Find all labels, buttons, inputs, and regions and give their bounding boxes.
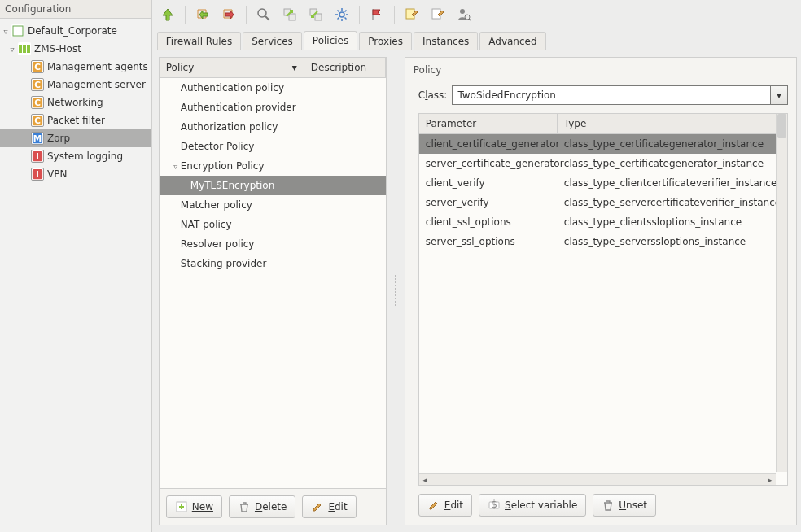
tree-node-label: Zorp	[47, 133, 70, 144]
param-name: server_certificate_generator	[426, 158, 564, 169]
param-name: server_ssl_options	[426, 236, 564, 247]
vertical-scrollbar[interactable]	[776, 114, 787, 472]
tree-node-label: Networking	[47, 97, 103, 108]
policy-stacking-provider[interactable]: Stacking provider	[160, 254, 386, 273]
tree-item-networking[interactable]: CNetworking	[0, 94, 151, 111]
tree-host[interactable]: ▿ZMS-Host	[0, 40, 151, 58]
scroll-right-icon[interactable]: ▸	[764, 474, 776, 486]
policy-nat-policy[interactable]: NAT policy	[160, 215, 386, 234]
tree-item-zorp[interactable]: MZorp	[0, 129, 151, 147]
param-name: client_verify	[426, 177, 564, 189]
param-type: class_type_clientcertificateverifier_ins…	[564, 177, 781, 189]
tree-item-system-logging[interactable]: ISystem logging	[0, 147, 151, 165]
gear-icon[interactable]	[331, 4, 352, 25]
scrollbar-thumb[interactable]	[777, 114, 786, 138]
policy-matcher-policy[interactable]: Matcher policy	[160, 195, 386, 215]
tab-services[interactable]: Services	[243, 32, 302, 50]
tree-item-management-server[interactable]: CManagement server	[0, 76, 151, 94]
param-type: class_type_serverssloptions_instance	[564, 236, 781, 247]
tab-firewall-rules[interactable]: Firewall Rules	[157, 32, 241, 50]
search-icon[interactable]	[253, 4, 274, 25]
policy-resolver-policy[interactable]: Resolver policy	[160, 234, 386, 254]
svg-text:I: I	[36, 151, 39, 161]
pencil-icon	[427, 499, 440, 512]
sidebar-title: Configuration	[0, 0, 151, 19]
select-variable-button[interactable]: $ Select variable	[479, 494, 586, 517]
col-type[interactable]: Type	[558, 114, 787, 133]
person-search-icon[interactable]	[453, 4, 475, 25]
tree-caret-icon: ▿	[7, 45, 18, 54]
toolbar	[152, 0, 801, 29]
tab-advanced[interactable]: Advanced	[479, 32, 545, 50]
expand-icon: ▿	[171, 162, 181, 171]
policy-child-mytlsencryption[interactable]: MyTLSEncryption	[160, 176, 386, 195]
param-type: class_type_servercertificateverifier_ins…	[564, 197, 781, 208]
parameter-table: Parameter Type client_certificate_genera…	[418, 113, 788, 486]
trash-icon	[238, 500, 251, 513]
note-edit-icon[interactable]	[401, 4, 422, 25]
import-icon[interactable]	[192, 4, 213, 25]
separator	[185, 6, 186, 24]
transfer-in-icon[interactable]	[305, 4, 326, 25]
tab-proxies[interactable]: Proxies	[359, 32, 412, 50]
param-rows[interactable]: client_certificate_generatorclass_type_c…	[419, 134, 787, 485]
class-input[interactable]	[452, 85, 770, 105]
unset-button[interactable]: Unset	[593, 494, 656, 517]
policy-authentication-policy[interactable]: Authentication policy	[160, 78, 386, 98]
col-description[interactable]: Description	[304, 58, 386, 77]
param-type: class_type_certificategenerator_instance	[564, 138, 781, 150]
tree-site[interactable]: ▿Default_Corporate	[0, 22, 151, 40]
doc-edit-icon[interactable]	[427, 4, 449, 25]
param-row-server_verify[interactable]: server_verifyclass_type_servercertificat…	[419, 193, 787, 212]
svg-point-27	[460, 9, 465, 14]
delete-button[interactable]: Delete	[229, 495, 295, 518]
policy-detector-policy[interactable]: Detector Policy	[160, 137, 386, 156]
tree-node-label: Management server	[47, 79, 146, 90]
policy-authorization-policy[interactable]: Authorization policy	[160, 117, 386, 137]
svg-rect-21	[289, 14, 295, 20]
tab-instances[interactable]: Instances	[414, 32, 478, 50]
param-row-server_certificate_generator[interactable]: server_certificate_generatorclass_type_c…	[419, 154, 787, 173]
class-dropdown-button[interactable]: ▾	[770, 85, 788, 105]
splitter-handle[interactable]	[393, 57, 398, 525]
scroll-left-icon[interactable]: ◂	[419, 474, 431, 486]
tree-node-icon: I	[31, 150, 44, 163]
svg-line-19	[265, 16, 269, 20]
up-icon[interactable]	[157, 4, 178, 25]
param-name: server_verify	[426, 197, 564, 208]
tree-node-icon: I	[31, 168, 44, 181]
new-button[interactable]: New	[166, 495, 222, 518]
transfer-out-icon[interactable]	[279, 4, 300, 25]
tree-node-label: Management agents	[47, 61, 148, 72]
chevron-down-icon: ▾	[777, 89, 781, 101]
export-icon[interactable]	[218, 4, 239, 25]
param-row-server_ssl_options[interactable]: server_ssl_optionsclass_type_serversslop…	[419, 232, 787, 251]
param-row-client_ssl_options[interactable]: client_ssl_optionsclass_type_clientsslop…	[419, 212, 787, 232]
policy-encryption-policy[interactable]: ▿Encryption Policy	[160, 156, 386, 176]
tree-item-management-agents[interactable]: CManagement agents	[0, 58, 151, 76]
tree-node-icon: M	[31, 132, 44, 145]
param-row-client_verify[interactable]: client_verifyclass_type_clientcertificat…	[419, 173, 787, 193]
policy-authentication-provider[interactable]: Authentication provider	[160, 98, 386, 117]
col-parameter[interactable]: Parameter	[419, 114, 558, 133]
policies-list[interactable]: Authentication policyAuthentication prov…	[160, 78, 386, 489]
detail-edit-button[interactable]: Edit	[418, 494, 472, 517]
plus-icon	[175, 500, 188, 513]
pencil-icon	[311, 500, 324, 513]
param-row-client_certificate_generator[interactable]: client_certificate_generatorclass_type_c…	[419, 134, 787, 154]
policy-detail-panel: Policy Class: ▾ Parameter Type client_ce…	[405, 57, 797, 525]
tree-node-icon	[11, 24, 24, 37]
content: Policy ▾ Description Authentication poli…	[152, 50, 801, 532]
separator	[394, 6, 395, 24]
flag-icon[interactable]	[366, 4, 387, 25]
tree-item-packet-filter[interactable]: CPacket filter	[0, 111, 151, 129]
param-type: class_type_certificategenerator_instance	[564, 158, 781, 169]
policies-columns: Policy ▾ Description	[160, 58, 386, 78]
edit-button[interactable]: Edit	[302, 495, 356, 518]
tab-policies[interactable]: Policies	[304, 31, 357, 50]
col-policy[interactable]: Policy ▾	[160, 58, 304, 77]
tree-item-vpn[interactable]: IVPN	[0, 165, 151, 183]
horizontal-scrollbar[interactable]: ◂ ▸	[419, 473, 776, 485]
svg-rect-2	[23, 45, 26, 53]
config-tree[interactable]: ▿Default_Corporate▿ZMS-HostCManagement a…	[0, 19, 151, 532]
